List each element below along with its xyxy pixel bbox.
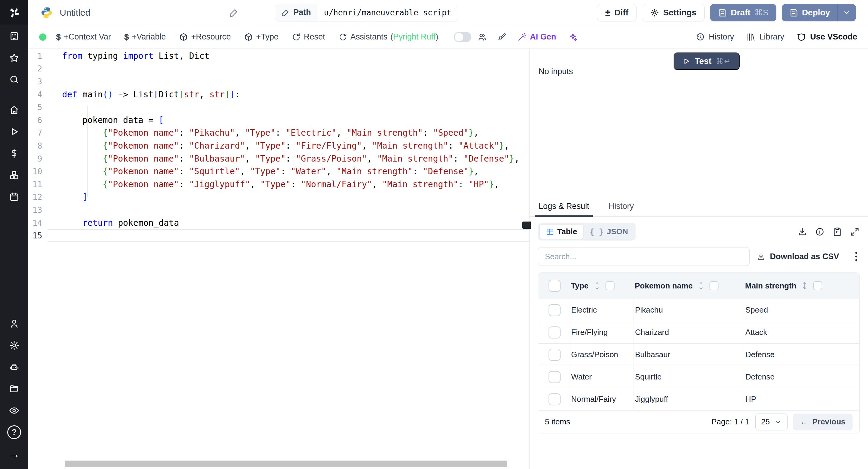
sidebar-item-workers[interactable]: [0, 356, 28, 378]
code-line[interactable]: 5: [28, 101, 529, 114]
sidebar-item-runs[interactable]: [0, 121, 28, 143]
column-header-type[interactable]: Type: [569, 281, 633, 290]
column-header-main-strength[interactable]: Main strength: [744, 281, 859, 290]
edit-summary-button[interactable]: [229, 8, 239, 18]
code-line[interactable]: 1from typing import List, Dict: [28, 50, 529, 62]
path-value[interactable]: u/henri/maneuverable_script: [317, 4, 458, 21]
assistants-button[interactable]: Assistants (Pyright Ruff): [338, 32, 438, 41]
sidebar-item-home[interactable]: [0, 99, 28, 121]
reset-button[interactable]: Reset: [292, 32, 325, 41]
multiplayer-toggle[interactable]: [454, 32, 471, 42]
ai-gen-button[interactable]: AI Gen: [517, 32, 556, 42]
column-filter-checkbox[interactable]: [710, 281, 718, 290]
code-line[interactable]: 13: [28, 204, 529, 216]
format-code-button[interactable]: [497, 32, 507, 42]
column-header-pokemon-name[interactable]: Pokemon name: [633, 281, 744, 290]
code-line[interactable]: 8 {"Pokemon name": "Charizard", "Type": …: [28, 139, 529, 152]
column-filter-checkbox[interactable]: [813, 281, 822, 290]
add-variable-button[interactable]: $+Variable: [124, 32, 166, 42]
table-row[interactable]: ElectricPikachuSpeed: [538, 299, 859, 321]
sidebar-item-favorites[interactable]: [0, 47, 28, 69]
sidebar-item-resources[interactable]: [0, 164, 28, 186]
copy-icon[interactable]: [832, 227, 842, 237]
table-row[interactable]: Fire/FlyingCharizardAttack: [538, 321, 859, 343]
diff-button[interactable]: ± Diff: [597, 4, 637, 22]
sidebar-collapse[interactable]: →: [0, 443, 28, 465]
code-line[interactable]: 7 {"Pokemon name": "Pikachu", "Type": "E…: [28, 127, 529, 139]
page-size-select[interactable]: 25: [755, 413, 787, 430]
windmill-logo[interactable]: [0, 0, 28, 25]
code-line[interactable]: 14 return pokemon_data: [28, 216, 529, 229]
row-checkbox[interactable]: [549, 349, 561, 361]
script-title[interactable]: Untitled: [60, 7, 90, 18]
code-line[interactable]: 12 ]: [28, 191, 529, 204]
add-context-var-button[interactable]: $+Context Var: [56, 32, 111, 42]
tab-logs-result[interactable]: Logs & Result: [538, 201, 589, 216]
search-input[interactable]: [538, 247, 749, 266]
sidebar-item-search[interactable]: [0, 69, 28, 90]
sidebar-item-audit[interactable]: [0, 400, 28, 421]
multiplayer-users-button[interactable]: [477, 32, 487, 42]
deploy-button[interactable]: Deploy: [782, 4, 837, 22]
download-icon[interactable]: [798, 227, 807, 237]
save-icon: [789, 8, 798, 17]
code-line[interactable]: 9 {"Pokemon name": "Bulbasaur", "Type": …: [28, 152, 529, 165]
left-sidebar: ? →: [0, 0, 28, 469]
previous-page-button[interactable]: ← Previous: [793, 413, 852, 430]
history-button[interactable]: History: [695, 32, 734, 42]
expand-icon[interactable]: [850, 227, 860, 237]
row-checkbox[interactable]: [549, 371, 561, 383]
editor-horizontal-scrollbar[interactable]: [65, 461, 507, 467]
row-checkbox[interactable]: [549, 304, 561, 316]
code-line[interactable]: 15: [28, 229, 529, 242]
table-row[interactable]: Grass/PoisonBulbasaurDefense: [538, 343, 859, 366]
view-json-button[interactable]: { } JSON: [584, 224, 634, 239]
column-filter-checkbox[interactable]: [606, 281, 615, 290]
code-line[interactable]: 4def main() -> List[Dict[str, str]]:: [28, 88, 529, 101]
view-table-button[interactable]: Table: [539, 224, 584, 239]
sort-icon[interactable]: [593, 282, 601, 290]
code-editor[interactable]: 1from typing import List, Dict234def mai…: [28, 49, 529, 469]
sort-icon[interactable]: [698, 282, 705, 290]
cell-type: Water: [569, 366, 633, 388]
row-checkbox-cell: [538, 388, 569, 410]
info-icon[interactable]: [815, 227, 825, 237]
sort-icon[interactable]: [801, 282, 808, 290]
select-all-checkbox[interactable]: [549, 280, 561, 292]
arrow-left-icon: ←: [800, 417, 808, 427]
row-checkbox[interactable]: [549, 393, 561, 405]
table-row[interactable]: WaterSquirtleDefense: [538, 366, 859, 388]
ai-sparkles-button[interactable]: [568, 32, 578, 42]
code-line[interactable]: 10 {"Pokemon name": "Squirtle", "Type": …: [28, 165, 529, 178]
code-line[interactable]: 11 {"Pokemon name": "Jigglypuff", "Type"…: [28, 178, 529, 191]
settings-button[interactable]: Settings: [642, 4, 704, 22]
cell-type: Normal/Fairy: [569, 388, 633, 410]
sidebar-item-variables[interactable]: [0, 143, 28, 164]
draft-button[interactable]: Draft ⌘S: [710, 4, 776, 22]
sidebar-item-folders[interactable]: [0, 378, 28, 400]
download-csv-button[interactable]: Download as CSV: [756, 252, 839, 261]
row-checkbox[interactable]: [549, 326, 561, 339]
sidebar-item-help[interactable]: ?: [0, 421, 28, 443]
line-number: 5: [28, 102, 48, 112]
path-field[interactable]: Path u/henri/maneuverable_script: [275, 4, 458, 22]
line-number: 8: [28, 141, 48, 150]
library-button[interactable]: Library: [746, 32, 784, 42]
test-button[interactable]: Test ⌘↵: [674, 53, 740, 70]
sidebar-item-account[interactable]: [0, 313, 28, 335]
code-line[interactable]: 3: [28, 75, 529, 88]
add-resource-button[interactable]: +Resource: [179, 32, 230, 41]
sidebar-item-settings[interactable]: [0, 335, 28, 356]
tab-history[interactable]: History: [609, 201, 634, 216]
sidebar-item-workspace[interactable]: [0, 25, 28, 47]
code-line[interactable]: 6 pokemon_data = [: [28, 114, 529, 127]
code-line[interactable]: 2: [28, 62, 529, 75]
status-dot: [39, 33, 46, 41]
sidebar-item-schedules[interactable]: [0, 186, 28, 208]
use-vscode-button[interactable]: Use VScode: [796, 32, 857, 42]
table-row[interactable]: Normal/FairyJigglypuffHP: [538, 388, 859, 410]
deploy-more-button[interactable]: [837, 4, 856, 22]
add-type-button[interactable]: +Type: [244, 32, 278, 41]
panel-splitter-handle[interactable]: [522, 222, 531, 229]
table-menu-button[interactable]: [853, 251, 860, 262]
